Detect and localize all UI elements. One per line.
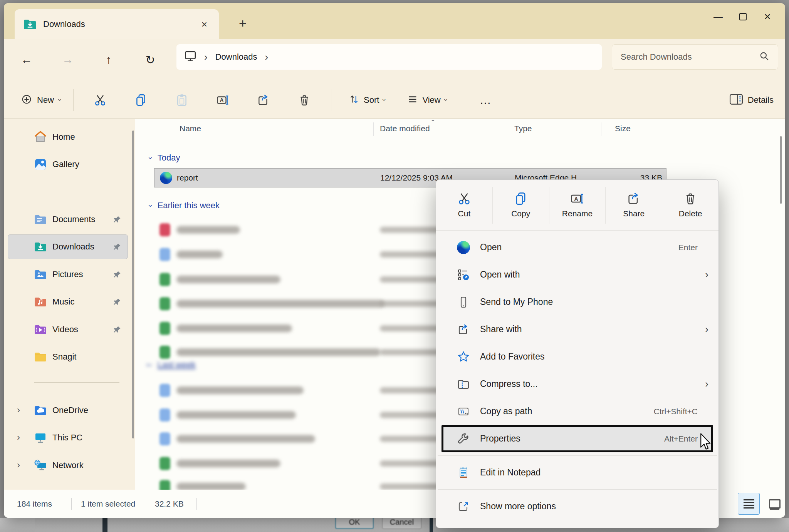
sidebar-item-home[interactable]: Home (4, 125, 132, 149)
toolbar-separator (464, 89, 464, 111)
rename-button[interactable]: A (208, 88, 237, 112)
sidebar-item-documents[interactable]: Documents (4, 207, 132, 232)
back-button[interactable]: ← (17, 50, 36, 69)
group-label: Today (158, 153, 180, 163)
icons-view-toggle[interactable] (766, 495, 784, 513)
maximize-button[interactable] (730, 6, 755, 27)
new-tab-button[interactable]: + (233, 14, 252, 32)
share-button[interactable] (249, 88, 278, 112)
background-window-edge (102, 518, 107, 532)
copy-button[interactable]: Copy (492, 187, 549, 224)
window-controls: — × (706, 6, 780, 27)
menu-item-share-with[interactable]: Share with › (436, 316, 718, 343)
menu-item-label: Show more options (480, 501, 703, 512)
menu-item-open[interactable]: Open Enter (436, 234, 718, 261)
group-header-today[interactable]: › Today (149, 153, 180, 163)
onedrive-folder-icon (34, 404, 47, 417)
minimize-button[interactable]: — (706, 6, 730, 27)
group-header-earlier-this-week[interactable]: › Earlier this week (149, 201, 220, 211)
sidebar-item-gallery[interactable]: Gallery (4, 152, 132, 177)
menu-item-copy-as-path[interactable]: Copy as path Ctrl+Shift+C (436, 398, 718, 425)
menu-item-open-with[interactable]: Open with › (436, 261, 718, 288)
sidebar-item-onedrive[interactable]: › OneDrive (4, 398, 132, 423)
sidebar-item-network[interactable]: › Network (4, 453, 132, 478)
sidebar-item-videos[interactable]: Videos (4, 317, 132, 342)
sidebar-item-this-pc[interactable]: › This PC (4, 425, 132, 450)
menu-item-label: Open (480, 242, 678, 253)
column-header-name[interactable]: Name (180, 119, 201, 139)
this-pc-icon (184, 50, 196, 64)
chevron-right-icon[interactable]: › (17, 460, 20, 470)
delete-button[interactable]: Delete (662, 187, 718, 224)
up-button[interactable]: ↑ (99, 50, 118, 69)
copy-button[interactable] (126, 88, 156, 112)
document-file-icon (159, 384, 170, 397)
column-header-size[interactable]: Size (615, 119, 631, 139)
sort-ascending-icon: › (429, 119, 436, 121)
sidebar-item-label: Documents (52, 207, 95, 232)
group-label: Last week (158, 360, 196, 370)
menu-item-edit-in-notepad[interactable]: Edit in Notepad (436, 459, 718, 486)
delete-button[interactable] (290, 88, 319, 112)
tab-downloads[interactable]: Downloads × (15, 9, 219, 39)
cut-button[interactable]: Cut (436, 187, 492, 224)
sidebar-item-label: Pictures (52, 262, 83, 287)
pdf-file-icon (159, 223, 170, 236)
new-button[interactable]: New › (15, 90, 67, 110)
search-placeholder: Search Downloads (621, 52, 759, 62)
close-button[interactable]: × (755, 6, 780, 27)
search-input[interactable]: Search Downloads (612, 44, 778, 70)
breadcrumb-chevron-icon[interactable]: › (265, 51, 269, 63)
column-separator[interactable] (601, 122, 601, 136)
sidebar: Home Gallery Documents (4, 119, 135, 490)
document-file-icon (159, 432, 170, 445)
view-button[interactable]: View › (401, 90, 453, 110)
menu-item-add-to-favorites[interactable]: Add to Favorites (436, 343, 718, 370)
submenu-chevron-icon: › (705, 323, 708, 335)
breadcrumb[interactable]: › Downloads › (176, 44, 602, 70)
tab-close-icon[interactable]: × (198, 18, 210, 30)
menu-item-send-to-my-phone[interactable]: Send to My Phone (436, 288, 718, 316)
context-menu: Cut Copy A Rename Share Delete Open (436, 179, 719, 528)
see-more-button[interactable]: … (470, 94, 501, 107)
chevron-right-icon[interactable]: › (17, 405, 20, 415)
sidebar-item-snagit[interactable]: Snagit (4, 345, 132, 369)
breadcrumb-item[interactable]: Downloads (215, 52, 257, 62)
sidebar-scrollbar[interactable] (132, 130, 134, 438)
menu-item-label: Open with (480, 269, 703, 280)
paste-button[interactable] (167, 88, 196, 112)
share-button[interactable]: Share (605, 187, 662, 224)
sidebar-item-pictures[interactable]: Pictures (4, 262, 132, 287)
chevron-right-icon[interactable]: › (17, 432, 20, 443)
column-header-type[interactable]: Type (514, 119, 532, 139)
column-separator[interactable] (501, 122, 501, 136)
sidebar-item-downloads[interactable]: Downloads (4, 234, 132, 259)
menu-separator (438, 489, 717, 490)
network-icon (34, 459, 47, 472)
menu-item-properties[interactable]: Properties Alt+Enter (442, 425, 713, 452)
sidebar-item-music[interactable]: Music (4, 289, 132, 314)
cut-button[interactable] (86, 88, 115, 112)
column-separator[interactable] (373, 122, 374, 136)
sort-button[interactable]: Sort › (342, 90, 391, 110)
sidebar-item-label: OneDrive (52, 398, 88, 423)
menu-item-compress-to[interactable]: Compress to... › (436, 370, 718, 398)
chevron-down-icon: › (146, 204, 155, 207)
details-pane-button[interactable]: Details (729, 94, 774, 107)
refresh-button[interactable]: ↻ (141, 50, 160, 69)
rename-button[interactable]: A Rename (549, 187, 606, 224)
selection-size: 32.2 KB (155, 490, 184, 518)
forward-button[interactable]: → (58, 50, 77, 69)
group-header-last-week[interactable]: › Last week (149, 360, 196, 370)
edge-icon (160, 172, 172, 184)
videos-folder-icon (34, 323, 47, 336)
column-header-date-modified[interactable]: Date modified (380, 119, 430, 139)
home-icon (34, 130, 47, 144)
svg-text:A: A (574, 196, 579, 202)
menu-separator (438, 455, 717, 456)
menu-item-show-more-options[interactable]: Show more options (436, 493, 718, 520)
command-toolbar: New › A (4, 82, 785, 119)
details-view-toggle[interactable] (738, 493, 760, 515)
file-list-scrollbar[interactable] (780, 136, 782, 204)
column-separator[interactable] (669, 122, 669, 136)
